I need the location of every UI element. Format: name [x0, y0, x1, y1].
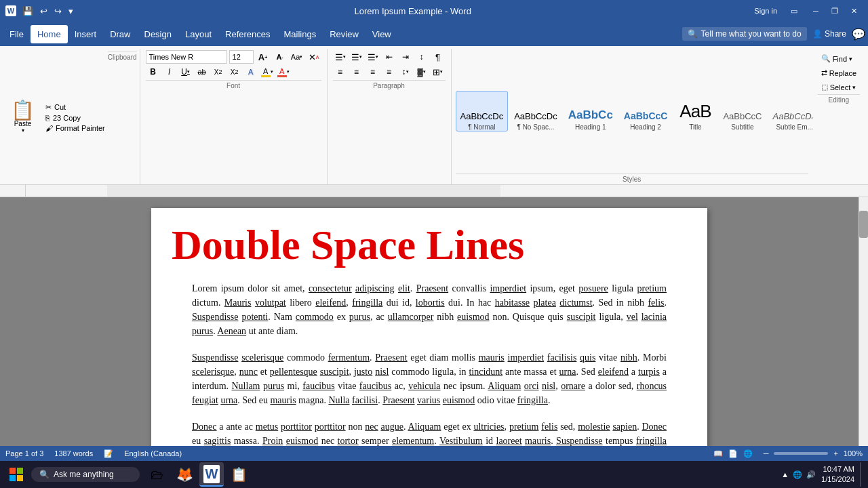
- copy-button[interactable]: ⎘ 23 Copy: [43, 113, 108, 123]
- save-button[interactable]: 💾: [20, 5, 35, 18]
- menu-references[interactable]: References: [218, 25, 277, 43]
- language: English (Canada): [124, 449, 182, 458]
- increase-indent-button[interactable]: ⇥: [398, 50, 413, 64]
- close-button[interactable]: ✕: [845, 4, 863, 18]
- menu-draw[interactable]: Draw: [103, 25, 137, 43]
- menu-file[interactable]: File: [3, 25, 31, 43]
- view-read-button[interactable]: 📖: [713, 449, 723, 458]
- format-painter-button[interactable]: 🖌 Format Painter: [43, 123, 108, 133]
- style-heading2[interactable]: AaBbCcC Heading 2: [619, 91, 673, 131]
- comments-button[interactable]: 💬: [852, 28, 865, 41]
- highlight-color-button[interactable]: A ▾: [260, 65, 275, 79]
- menu-mailings[interactable]: Mailings: [277, 25, 323, 43]
- find-icon: 🔍: [821, 54, 831, 63]
- menu-review[interactable]: Review: [323, 25, 366, 43]
- taskbar-network-icon[interactable]: 🌐: [793, 470, 802, 479]
- style-no-spacing[interactable]: AaBbCcDc ¶ No Spac...: [509, 91, 562, 131]
- grow-font-button[interactable]: A+: [256, 50, 271, 64]
- taskbar-app-extra[interactable]: 📋: [226, 462, 251, 487]
- multilevel-list-button[interactable]: ☰▾: [366, 50, 380, 64]
- start-button[interactable]: [4, 462, 28, 487]
- shading-button[interactable]: ▓▾: [414, 65, 429, 79]
- superscript-button[interactable]: X2: [227, 65, 242, 79]
- zoom-level: 100%: [844, 449, 863, 458]
- taskbar-show-desktop-button[interactable]: [860, 462, 864, 487]
- undo-button[interactable]: ↩: [38, 5, 50, 18]
- taskbar-app-firefox[interactable]: 🦊: [172, 462, 197, 487]
- document-scroll[interactable]: Double Space Lines Lorem ipsum dolor sit…: [0, 197, 859, 446]
- find-button[interactable]: 🔍 Find ▾: [818, 53, 860, 64]
- align-right-button[interactable]: ≡: [366, 65, 380, 79]
- subscript-button[interactable]: X2: [211, 65, 226, 79]
- show-marks-button[interactable]: ¶: [431, 50, 446, 64]
- taskbar-app-explorer[interactable]: 🗁: [145, 462, 170, 487]
- title-bar-left: W 💾 ↩ ↪ ▾: [5, 5, 75, 18]
- replace-button[interactable]: ⇄ Replace: [818, 67, 860, 79]
- tell-me-search[interactable]: 🔍 Tell me what you want to do: [682, 27, 807, 41]
- menu-bar: File Home Insert Draw Design Layout Refe…: [0, 22, 868, 46]
- style-subtitle-label: Subtitle: [731, 123, 753, 131]
- taskbar-search[interactable]: 🔍 Ask me anything: [31, 467, 140, 482]
- view-web-button[interactable]: 🌐: [743, 449, 753, 458]
- customize-qat-button[interactable]: ▾: [66, 5, 75, 18]
- style-heading1[interactable]: AaBbCc Heading 1: [564, 91, 618, 131]
- change-case-button[interactable]: Aa▾: [290, 50, 304, 64]
- zoom-in-button[interactable]: +: [833, 449, 837, 458]
- replace-icon: ⇄: [821, 68, 827, 77]
- menu-insert[interactable]: Insert: [68, 25, 104, 43]
- paragraph-group: ☰▾ ☰▾ ☰▾ ⇤ ⇥ ↕ ¶ ≡ ≡ ≡ ≡ ↕▾ ▓▾ ⊞▾ Paragr…: [328, 49, 452, 184]
- underline-button[interactable]: U▾: [178, 65, 193, 79]
- line-spacing-button[interactable]: ↕▾: [398, 65, 413, 79]
- menu-home[interactable]: Home: [31, 25, 68, 43]
- minimize-button[interactable]: ─: [807, 4, 825, 18]
- italic-button[interactable]: I: [162, 65, 177, 79]
- paragraph-3: Donec a ante ac metus porttitor porttito…: [192, 420, 667, 446]
- style-subtle-emphasis[interactable]: AaBbCcDa Subtle Em...: [768, 91, 812, 131]
- style-subtitle-preview: AaBbCcC: [723, 111, 762, 122]
- taskbar: 🔍 Ask me anything 🗁 🦊 W 📋 ▲ 🌐 🔊 10:47 AM…: [0, 461, 868, 488]
- taskbar-app-word[interactable]: W: [199, 462, 224, 487]
- align-left-button[interactable]: ≡: [333, 65, 348, 79]
- ruler-area: [0, 185, 868, 197]
- text-effects-button[interactable]: A: [243, 65, 258, 79]
- style-subtitle[interactable]: AaBbCcC Subtitle: [718, 91, 766, 131]
- menu-view[interactable]: View: [366, 25, 398, 43]
- menu-layout[interactable]: Layout: [178, 25, 218, 43]
- font-family-input[interactable]: [146, 50, 227, 64]
- numbering-button[interactable]: ☰▾: [349, 50, 364, 64]
- restore-button[interactable]: ❐: [826, 4, 844, 18]
- strikethrough-button[interactable]: ab: [195, 65, 210, 79]
- justify-button[interactable]: ≡: [382, 65, 397, 79]
- shrink-font-button[interactable]: A-: [273, 50, 288, 64]
- clear-formatting-button[interactable]: ✕A: [307, 50, 321, 64]
- svg-rect-5: [17, 475, 23, 481]
- view-print-button[interactable]: 📄: [728, 449, 738, 458]
- zoom-slider[interactable]: [774, 452, 828, 455]
- sort-button[interactable]: ↕: [414, 50, 429, 64]
- taskbar-chevron-icon[interactable]: ▲: [781, 470, 789, 479]
- font-color-button[interactable]: A ▾: [276, 65, 291, 79]
- taskbar-volume-icon[interactable]: 🔊: [806, 470, 816, 479]
- sign-in-button[interactable]: Sign in: [750, 5, 781, 16]
- decrease-indent-button[interactable]: ⇤: [382, 50, 397, 64]
- ruler-corner: [0, 185, 26, 197]
- select-button[interactable]: ⬚ Select ▾: [818, 81, 860, 93]
- menu-design[interactable]: Design: [138, 25, 178, 43]
- taskbar-system-icons: ▲ 🌐 🔊: [781, 470, 816, 479]
- redo-button[interactable]: ↪: [52, 5, 64, 18]
- paste-button[interactable]: 📋 Paste ▾: [5, 50, 40, 184]
- bullets-button[interactable]: ☰▾: [333, 50, 348, 64]
- vertical-scrollbar[interactable]: [859, 197, 868, 446]
- font-row1: A+ A- Aa▾ ✕A: [146, 50, 321, 64]
- align-center-button[interactable]: ≡: [349, 65, 364, 79]
- ribbon-display-button[interactable]: ▭: [787, 5, 802, 17]
- cut-button[interactable]: ✂ Cut: [43, 102, 108, 113]
- share-button[interactable]: 👤 Share: [812, 29, 846, 39]
- bold-button[interactable]: B: [146, 65, 161, 79]
- font-size-input[interactable]: [229, 50, 254, 64]
- zoom-out-button[interactable]: ─: [764, 449, 769, 458]
- borders-button[interactable]: ⊞▾: [431, 65, 446, 79]
- style-title[interactable]: AaB Title: [673, 91, 717, 131]
- style-normal[interactable]: AaBbCcDc ¶ Normal: [456, 91, 509, 131]
- font-row2: B I U▾ ab X2 X2 A A ▾ A: [146, 65, 291, 79]
